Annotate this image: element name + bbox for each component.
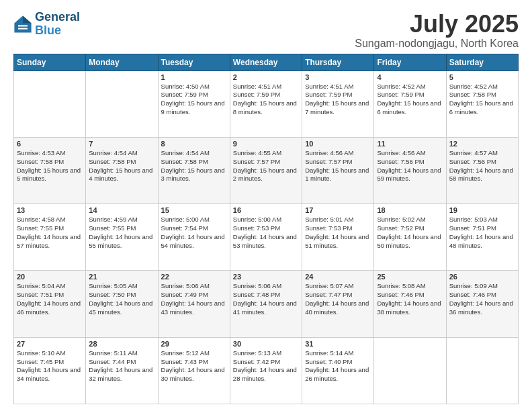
day-number: 13 bbox=[17, 206, 83, 214]
day-info: Sunrise: 5:10 AM Sunset: 7:45 PM Dayligh… bbox=[17, 349, 83, 383]
weekday-header-cell: Friday bbox=[374, 54, 446, 71]
calendar-cell: 4Sunrise: 4:52 AM Sunset: 7:59 PM Daylig… bbox=[374, 71, 446, 137]
day-info: Sunrise: 5:12 AM Sunset: 7:43 PM Dayligh… bbox=[161, 349, 227, 383]
day-number: 31 bbox=[305, 340, 371, 348]
day-number: 12 bbox=[449, 140, 515, 148]
weekday-header-cell: Wednesday bbox=[230, 54, 302, 71]
day-number: 17 bbox=[305, 206, 371, 214]
day-number: 28 bbox=[89, 340, 154, 348]
calendar-cell: 11Sunrise: 4:56 AM Sunset: 7:56 PM Dayli… bbox=[374, 137, 446, 203]
location-title: Sungam-nodongjagu, North Korea bbox=[355, 38, 519, 50]
calendar-cell: 14Sunrise: 4:59 AM Sunset: 7:55 PM Dayli… bbox=[86, 204, 158, 271]
day-info: Sunrise: 4:50 AM Sunset: 7:59 PM Dayligh… bbox=[161, 83, 227, 117]
day-info: Sunrise: 5:08 AM Sunset: 7:46 PM Dayligh… bbox=[377, 282, 443, 316]
calendar-cell: 19Sunrise: 5:03 AM Sunset: 7:51 PM Dayli… bbox=[446, 204, 518, 271]
svg-marker-1 bbox=[23, 15, 32, 23]
day-info: Sunrise: 5:13 AM Sunset: 7:42 PM Dayligh… bbox=[233, 349, 299, 383]
day-info: Sunrise: 4:52 AM Sunset: 7:59 PM Dayligh… bbox=[377, 83, 443, 117]
logo-text: General Blue bbox=[35, 11, 80, 38]
day-number: 15 bbox=[161, 206, 227, 214]
day-number: 23 bbox=[233, 273, 299, 281]
calendar-cell: 30Sunrise: 5:13 AM Sunset: 7:42 PM Dayli… bbox=[230, 337, 302, 404]
day-number: 22 bbox=[161, 273, 227, 281]
day-number: 19 bbox=[449, 206, 515, 214]
calendar-week-row: 27Sunrise: 5:10 AM Sunset: 7:45 PM Dayli… bbox=[14, 337, 519, 404]
day-number: 30 bbox=[233, 340, 299, 348]
day-number: 8 bbox=[161, 140, 227, 148]
calendar-cell: 23Sunrise: 5:06 AM Sunset: 7:48 PM Dayli… bbox=[230, 271, 302, 337]
day-number: 21 bbox=[89, 273, 154, 281]
day-info: Sunrise: 4:51 AM Sunset: 7:59 PM Dayligh… bbox=[233, 83, 299, 117]
day-number: 27 bbox=[17, 340, 83, 348]
day-number: 20 bbox=[17, 273, 83, 281]
calendar-cell: 24Sunrise: 5:07 AM Sunset: 7:47 PM Dayli… bbox=[302, 271, 374, 337]
calendar-cell: 21Sunrise: 5:05 AM Sunset: 7:50 PM Dayli… bbox=[86, 271, 158, 337]
calendar-cell: 5Sunrise: 4:52 AM Sunset: 7:58 PM Daylig… bbox=[446, 71, 518, 137]
calendar-cell: 18Sunrise: 5:02 AM Sunset: 7:52 PM Dayli… bbox=[374, 204, 446, 271]
day-info: Sunrise: 4:59 AM Sunset: 7:55 PM Dayligh… bbox=[89, 216, 154, 250]
calendar-week-row: 1Sunrise: 4:50 AM Sunset: 7:59 PM Daylig… bbox=[14, 71, 519, 137]
calendar-cell: 6Sunrise: 4:53 AM Sunset: 7:58 PM Daylig… bbox=[14, 137, 86, 203]
calendar-body: 1Sunrise: 4:50 AM Sunset: 7:59 PM Daylig… bbox=[14, 71, 519, 404]
weekday-header-cell: Tuesday bbox=[158, 54, 230, 71]
weekday-header-cell: Saturday bbox=[446, 54, 518, 71]
day-info: Sunrise: 5:14 AM Sunset: 7:40 PM Dayligh… bbox=[305, 349, 371, 383]
day-info: Sunrise: 5:00 AM Sunset: 7:53 PM Dayligh… bbox=[233, 216, 299, 250]
day-number: 11 bbox=[377, 140, 443, 148]
day-info: Sunrise: 4:56 AM Sunset: 7:57 PM Dayligh… bbox=[305, 149, 371, 183]
calendar-cell bbox=[446, 337, 518, 404]
page: General Blue July 2025 Sungam-nodongjagu… bbox=[0, 0, 532, 411]
day-info: Sunrise: 5:03 AM Sunset: 7:51 PM Dayligh… bbox=[449, 216, 515, 250]
calendar-cell: 25Sunrise: 5:08 AM Sunset: 7:46 PM Dayli… bbox=[374, 271, 446, 337]
calendar-cell: 28Sunrise: 5:11 AM Sunset: 7:44 PM Dayli… bbox=[86, 337, 158, 404]
day-number: 25 bbox=[377, 273, 443, 281]
day-info: Sunrise: 5:00 AM Sunset: 7:54 PM Dayligh… bbox=[161, 216, 227, 250]
day-number: 10 bbox=[305, 140, 371, 148]
calendar-cell: 8Sunrise: 4:54 AM Sunset: 7:58 PM Daylig… bbox=[158, 137, 230, 203]
day-info: Sunrise: 5:09 AM Sunset: 7:46 PM Dayligh… bbox=[449, 282, 515, 316]
calendar-cell bbox=[14, 71, 86, 137]
day-info: Sunrise: 5:01 AM Sunset: 7:53 PM Dayligh… bbox=[305, 216, 371, 250]
calendar-cell: 20Sunrise: 5:04 AM Sunset: 7:51 PM Dayli… bbox=[14, 271, 86, 337]
day-number: 29 bbox=[161, 340, 227, 348]
calendar-cell: 22Sunrise: 5:06 AM Sunset: 7:49 PM Dayli… bbox=[158, 271, 230, 337]
day-number: 7 bbox=[89, 140, 154, 148]
day-info: Sunrise: 4:55 AM Sunset: 7:57 PM Dayligh… bbox=[233, 149, 299, 183]
day-info: Sunrise: 4:54 AM Sunset: 7:58 PM Dayligh… bbox=[161, 149, 227, 183]
month-title: July 2025 bbox=[355, 11, 519, 38]
calendar-cell: 7Sunrise: 4:54 AM Sunset: 7:58 PM Daylig… bbox=[86, 137, 158, 203]
calendar-cell: 26Sunrise: 5:09 AM Sunset: 7:46 PM Dayli… bbox=[446, 271, 518, 337]
day-info: Sunrise: 4:56 AM Sunset: 7:56 PM Dayligh… bbox=[377, 149, 443, 183]
svg-rect-3 bbox=[18, 28, 28, 29]
calendar-cell: 2Sunrise: 4:51 AM Sunset: 7:59 PM Daylig… bbox=[230, 71, 302, 137]
day-number: 3 bbox=[305, 73, 371, 81]
calendar-week-row: 20Sunrise: 5:04 AM Sunset: 7:51 PM Dayli… bbox=[14, 271, 519, 337]
day-info: Sunrise: 5:02 AM Sunset: 7:52 PM Dayligh… bbox=[377, 216, 443, 250]
calendar-cell bbox=[374, 337, 446, 404]
day-number: 1 bbox=[161, 73, 227, 81]
title-block: July 2025 Sungam-nodongjagu, North Korea bbox=[355, 11, 519, 50]
day-number: 14 bbox=[89, 206, 154, 214]
calendar-cell: 27Sunrise: 5:10 AM Sunset: 7:45 PM Dayli… bbox=[14, 337, 86, 404]
calendar-cell: 10Sunrise: 4:56 AM Sunset: 7:57 PM Dayli… bbox=[302, 137, 374, 203]
calendar-week-row: 13Sunrise: 4:58 AM Sunset: 7:55 PM Dayli… bbox=[14, 204, 519, 271]
weekday-header-cell: Monday bbox=[86, 54, 158, 71]
day-number: 26 bbox=[449, 273, 515, 281]
calendar-cell: 9Sunrise: 4:55 AM Sunset: 7:57 PM Daylig… bbox=[230, 137, 302, 203]
calendar-week-row: 6Sunrise: 4:53 AM Sunset: 7:58 PM Daylig… bbox=[14, 137, 519, 203]
calendar-table: SundayMondayTuesdayWednesdayThursdayFrid… bbox=[13, 54, 519, 404]
day-number: 2 bbox=[233, 73, 299, 81]
calendar-cell: 31Sunrise: 5:14 AM Sunset: 7:40 PM Dayli… bbox=[302, 337, 374, 404]
day-number: 18 bbox=[377, 206, 443, 214]
day-info: Sunrise: 4:51 AM Sunset: 7:59 PM Dayligh… bbox=[305, 83, 371, 117]
calendar-cell bbox=[86, 71, 158, 137]
day-info: Sunrise: 5:07 AM Sunset: 7:47 PM Dayligh… bbox=[305, 282, 371, 316]
calendar-cell: 15Sunrise: 5:00 AM Sunset: 7:54 PM Dayli… bbox=[158, 204, 230, 271]
day-info: Sunrise: 4:53 AM Sunset: 7:58 PM Dayligh… bbox=[17, 149, 83, 183]
header: General Blue July 2025 Sungam-nodongjagu… bbox=[13, 11, 519, 50]
day-info: Sunrise: 5:11 AM Sunset: 7:44 PM Dayligh… bbox=[89, 349, 154, 383]
calendar-cell: 29Sunrise: 5:12 AM Sunset: 7:43 PM Dayli… bbox=[158, 337, 230, 404]
calendar-cell: 3Sunrise: 4:51 AM Sunset: 7:59 PM Daylig… bbox=[302, 71, 374, 137]
day-info: Sunrise: 5:04 AM Sunset: 7:51 PM Dayligh… bbox=[17, 282, 83, 316]
calendar-cell: 16Sunrise: 5:00 AM Sunset: 7:53 PM Dayli… bbox=[230, 204, 302, 271]
